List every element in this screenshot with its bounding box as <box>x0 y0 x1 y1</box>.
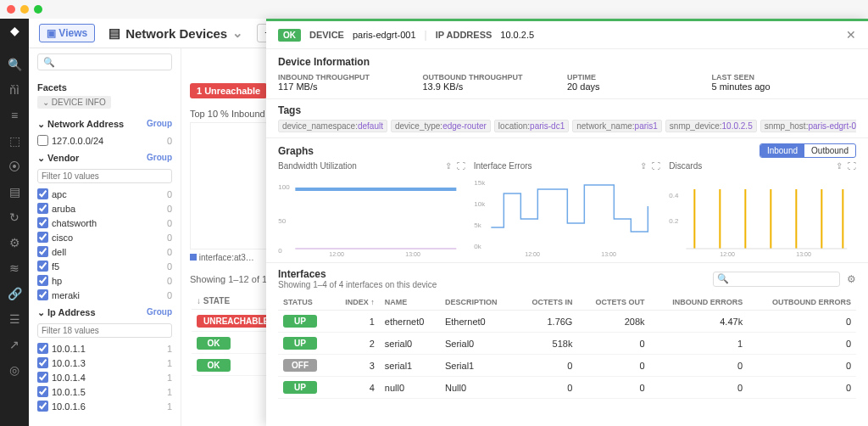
facets-heading: Facets <box>37 82 172 92</box>
plug-icon[interactable]: ⚙ <box>9 236 20 249</box>
facet-checkbox[interactable] <box>37 357 48 368</box>
svg-text:0k: 0k <box>474 243 481 250</box>
table-row[interactable]: UP 1ethernet0Ethernet0 1.76G208k4.47k0 <box>278 311 856 333</box>
group-link[interactable]: Group <box>147 307 172 317</box>
facet-checkbox[interactable] <box>37 246 48 257</box>
export-icon[interactable]: ⇪ <box>640 161 647 171</box>
table-row[interactable]: UP 2serial0Serial0 518k010 <box>278 333 856 355</box>
facet-row[interactable]: f50 <box>37 259 172 273</box>
facet-checkbox[interactable] <box>37 232 48 243</box>
link-icon[interactable]: 🔗 <box>8 287 22 300</box>
export-icon[interactable]: ⇪ <box>445 161 452 171</box>
chart[interactable]: Bandwidth Utilization ⇪⛶ 10050012:0013:0… <box>278 161 465 257</box>
tag[interactable]: device_namespace:default <box>278 120 387 132</box>
facet-checkbox[interactable] <box>37 401 48 412</box>
search-icon[interactable]: 🔍 <box>8 58 22 71</box>
interface-search-input[interactable] <box>713 272 840 287</box>
chevron-down-icon[interactable]: ⌄ <box>232 25 243 41</box>
ci-icon[interactable]: ↻ <box>9 210 19 224</box>
unreachable-badge[interactable]: 1 Unreachable <box>190 83 267 98</box>
facet-ip[interactable]: ⌄ Ip Address Group <box>37 307 172 318</box>
info-col: LAST SEEN5 minutes ago <box>712 73 857 92</box>
expand-icon[interactable]: ⛶ <box>457 161 465 171</box>
table-row[interactable]: OFF 3serial1Serial1 0000 <box>278 355 856 377</box>
table-row[interactable]: UP 4null0Null0 0000 <box>278 377 856 399</box>
expand-icon[interactable]: ⛶ <box>652 161 660 171</box>
minimize-window-icon[interactable] <box>20 5 29 14</box>
direction-toggle[interactable]: Inbound Outbound <box>760 143 856 158</box>
svg-text:0.4: 0.4 <box>670 192 680 199</box>
group-link[interactable]: Group <box>147 153 172 162</box>
facet-checkbox[interactable] <box>37 386 48 397</box>
chart[interactable]: Interface Errors ⇪⛶ 15k10k5k0k12:0013:00 <box>474 161 661 257</box>
chart-legend: interface:at3… <box>199 253 254 262</box>
network-icon[interactable]: ⦿ <box>8 160 20 173</box>
arrow-icon[interactable]: ↗ <box>9 338 19 351</box>
tag[interactable]: snmp_device:10.0.2.5 <box>665 120 757 132</box>
export-icon[interactable]: ⇪ <box>836 161 843 171</box>
facet-row[interactable]: 10.0.1.31 <box>37 356 172 370</box>
facet-row[interactable]: aruba0 <box>37 201 172 216</box>
toggle-outbound[interactable]: Outbound <box>804 144 855 157</box>
close-window-icon[interactable] <box>7 5 15 14</box>
col-header[interactable]: OCTETS OUT <box>577 294 649 311</box>
flow-icon[interactable]: ≋ <box>9 261 19 275</box>
gear-icon[interactable]: ⚙ <box>847 273 856 285</box>
facet-row[interactable]: 10.0.1.61 <box>37 399 172 413</box>
views-button[interactable]: ▣ Views <box>39 24 95 42</box>
facet-checkbox[interactable] <box>37 135 48 146</box>
tag[interactable]: location:paris-dc1 <box>494 120 569 132</box>
facet-row[interactable]: hp0 <box>37 273 172 288</box>
facet-checkbox[interactable] <box>37 289 48 300</box>
facet-row[interactable]: chatsworth0 <box>37 216 172 230</box>
facet-row[interactable]: 127.0.0.0/240 <box>37 133 172 148</box>
ip-filter-input[interactable] <box>37 323 172 338</box>
facet-search-input[interactable] <box>37 53 172 70</box>
facet-vendor[interactable]: ⌄ Vendor Group <box>37 153 172 164</box>
interfaces-heading: Interfaces <box>278 268 437 280</box>
col-header[interactable]: OCTETS IN <box>515 294 577 311</box>
facet-checkbox[interactable] <box>37 203 48 214</box>
maximize-window-icon[interactable] <box>34 5 42 14</box>
facet-row[interactable]: meraki0 <box>37 288 172 302</box>
app-logo-icon[interactable]: ◆ <box>10 24 19 37</box>
facet-row[interactable]: apc0 <box>37 187 172 201</box>
info-col: UPTIME20 days <box>567 73 712 92</box>
page-title: ▤ Network Devices ⌄ <box>108 25 243 41</box>
facet-checkbox[interactable] <box>37 261 48 272</box>
infra-icon[interactable]: ňì <box>9 83 19 97</box>
col-header[interactable]: NAME <box>380 294 440 311</box>
group-link[interactable]: Group <box>147 119 172 128</box>
col-header[interactable]: INBOUND ERRORS <box>650 294 748 311</box>
col-header[interactable]: OUTBOUND ERRORS <box>748 294 856 311</box>
facet-row[interactable]: cisco0 <box>37 230 172 244</box>
facet-checkbox[interactable] <box>37 275 48 286</box>
tag[interactable]: snmp_host:paris-edgrt-001 <box>760 120 856 132</box>
facet-checkbox[interactable] <box>37 343 48 354</box>
col-header[interactable]: INDEX ↑ <box>331 294 380 311</box>
dashboard-icon[interactable]: ▤ <box>9 185 20 199</box>
facets-device-info[interactable]: ⌄ DEVICE INFO <box>37 96 111 109</box>
toggle-inbound[interactable]: Inbound <box>760 144 804 157</box>
facet-network-address[interactable]: ⌄ Network Address Group <box>37 119 172 130</box>
target-icon[interactable]: ◎ <box>9 363 19 377</box>
apm-icon[interactable]: ⬚ <box>9 134 20 148</box>
device-label: DEVICE <box>309 30 344 40</box>
facet-row[interactable]: 10.0.1.51 <box>37 384 172 399</box>
facet-checkbox[interactable] <box>37 217 48 228</box>
facet-checkbox[interactable] <box>37 188 48 199</box>
facet-row[interactable]: 10.0.1.11 <box>37 341 172 356</box>
vendor-filter-input[interactable] <box>37 169 172 183</box>
col-header[interactable]: DESCRIPTION <box>440 294 515 311</box>
chart[interactable]: Discards ⇪⛶ 0.40.212:0013:00 <box>669 161 856 257</box>
list-icon[interactable]: ≡ <box>11 109 18 122</box>
facet-row[interactable]: 10.0.1.41 <box>37 370 172 384</box>
col-header[interactable]: STATUS <box>278 294 331 311</box>
tag[interactable]: device_type:edge-router <box>391 120 491 132</box>
close-icon[interactable]: ✕ <box>846 28 856 42</box>
expand-icon[interactable]: ⛶ <box>848 161 856 171</box>
facet-checkbox[interactable] <box>37 372 48 383</box>
facet-row[interactable]: dell0 <box>37 244 172 259</box>
bars-icon[interactable]: ☰ <box>9 312 20 326</box>
tag[interactable]: network_name:paris1 <box>572 120 662 132</box>
